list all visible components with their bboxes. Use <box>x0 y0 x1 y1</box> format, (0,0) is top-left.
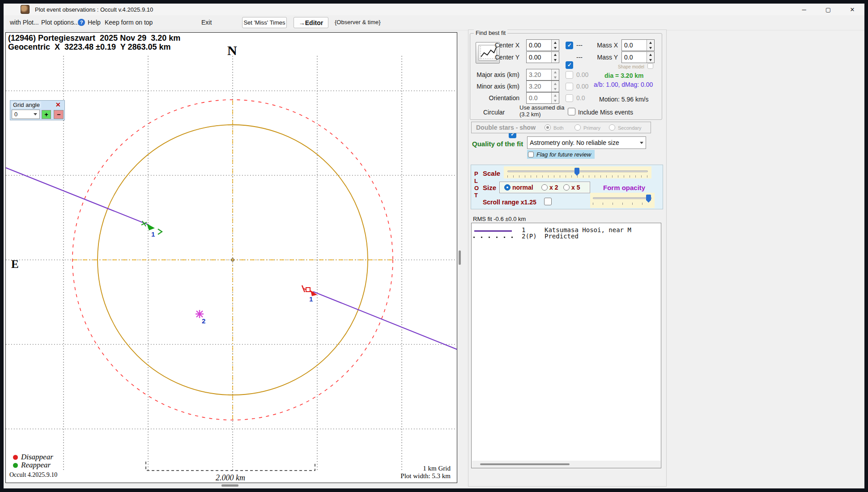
spin-down-icon[interactable] <box>552 86 559 92</box>
spin-up-icon[interactable] <box>552 93 559 98</box>
opacity-slider-ticks <box>593 203 652 205</box>
spin-up-icon[interactable] <box>647 40 654 45</box>
motion-text: Motion: 5.96 km/s <box>599 96 649 103</box>
plot-letter-t: T <box>474 192 478 199</box>
spin-down-icon[interactable] <box>552 98 559 103</box>
size-radio-group: normal x 2 x 5 <box>499 182 590 193</box>
set-miss-times-button[interactable]: Set 'Miss' Times <box>242 17 287 28</box>
minimize-icon: ─ <box>802 6 806 13</box>
menu-bar: with Plot... Plot options... ? Help Keep… <box>4 15 864 30</box>
scale-label: Scale <box>483 170 500 177</box>
shape-model-label: Shape model <box>618 64 644 69</box>
quality-select[interactable]: Astrometry only. No reliable size <box>527 136 646 149</box>
plot-vscroll-thumb[interactable] <box>459 250 461 265</box>
flag-review-checkbox[interactable] <box>528 152 534 157</box>
plot-hscroll-thumb[interactable] <box>221 484 238 487</box>
orientation-checkbox[interactable] <box>566 94 573 102</box>
spin-down-icon[interactable] <box>552 45 559 51</box>
opacity-slider-track[interactable] <box>593 197 652 199</box>
event-geocentric: Geocentric X 3223.48 ±0.19 Y 2863.05 km <box>8 42 170 52</box>
grid-angle-close-icon[interactable]: ✕ <box>55 101 61 108</box>
close-button[interactable]: ✕ <box>840 4 864 15</box>
grid-lines <box>6 56 457 470</box>
observer-list[interactable]: 1 Katsumasa Hosoi, near M 2(P) Predicted <box>471 223 661 468</box>
reappear-dot-icon <box>13 463 18 468</box>
set-miss-times-label: Set 'Miss' Times <box>243 19 285 26</box>
menu-plot-options[interactable]: Plot options... <box>41 19 79 26</box>
plot-canvas[interactable]: 1 1 2 2.000 km N E <box>6 33 457 483</box>
plot-hscrollbar[interactable] <box>5 484 457 488</box>
double-both-radio[interactable] <box>545 124 551 131</box>
disappear-dot-icon <box>13 455 18 460</box>
list-hscroll-thumb[interactable] <box>480 463 570 465</box>
center-x-value: 0.00 <box>527 40 551 51</box>
find-best-fit-group: Find best fit Center X 0.00 --- Mass X 0… <box>470 33 662 120</box>
spin-down-icon[interactable] <box>552 75 559 80</box>
size-x5-radio[interactable] <box>563 184 570 191</box>
scroll-range-label: Scroll range x1.25 <box>483 199 536 206</box>
use-assumed-label: Use assumed dia (3.2 km) <box>519 104 570 118</box>
major-axis-input[interactable]: 3.20 <box>526 69 559 81</box>
spin-up-icon[interactable] <box>552 81 559 86</box>
grid-angle-select[interactable]: 0 <box>12 110 40 119</box>
maximize-button[interactable]: ▢ <box>816 4 840 15</box>
plot-letter-p: P <box>474 170 478 177</box>
menu-with-plot[interactable]: with Plot... <box>10 19 39 26</box>
opacity-slider[interactable] <box>590 193 655 208</box>
size-x2-radio[interactable] <box>541 184 548 191</box>
center-x-checkbox[interactable] <box>566 42 573 49</box>
disappear-marker: 1 <box>302 285 317 303</box>
major-axis-alt: 0.00 <box>576 71 588 78</box>
grid-angle-minus-button[interactable]: − <box>54 110 64 119</box>
double-stars-group: Double stars - show Both Primary Seconda… <box>471 122 651 133</box>
minor-axis-input[interactable]: 3.20 <box>526 81 559 92</box>
spin-down-icon[interactable] <box>647 57 654 63</box>
spin-down-icon[interactable] <box>552 57 559 63</box>
spin-down-icon[interactable] <box>647 45 654 51</box>
minor-axis-checkbox[interactable] <box>566 83 573 90</box>
double-secondary-radio[interactable] <box>609 124 615 131</box>
spin-up-icon[interactable] <box>552 69 559 75</box>
mass-y-input[interactable]: 0.0 <box>621 51 655 63</box>
list-hscrollbar[interactable] <box>472 461 660 468</box>
major-axis-value: 3.20 <box>527 69 551 80</box>
menu-keep-on-top[interactable]: Keep form on top <box>105 19 153 26</box>
plot-vscrollbar[interactable] <box>458 32 462 483</box>
chevron-down-icon <box>34 113 37 115</box>
double-secondary-label: Secondary <box>618 125 642 131</box>
mass-x-label: Mass X <box>587 42 618 49</box>
predicted-marker: 2 <box>196 310 205 325</box>
major-axis-checkbox[interactable] <box>566 71 573 79</box>
chord1-line-swatch <box>474 230 512 232</box>
spin-up-icon[interactable] <box>552 40 559 45</box>
menu-exit[interactable]: Exit <box>201 19 212 26</box>
editor-button[interactable]: →Editor <box>294 17 328 28</box>
editor-label: →Editor <box>299 19 323 26</box>
spin-up-icon[interactable] <box>647 52 654 57</box>
opacity-slider-thumb[interactable] <box>646 195 651 203</box>
spin-up-icon[interactable] <box>552 52 559 57</box>
double-primary-radio[interactable] <box>574 124 581 131</box>
scroll-range-checkbox[interactable] <box>544 198 552 205</box>
center-y-input[interactable]: 0.00 <box>526 51 559 63</box>
plot-letter-o: O <box>474 185 479 191</box>
include-miss-checkbox[interactable] <box>568 108 575 115</box>
scale-slider[interactable] <box>504 166 651 178</box>
find-best-fit-label: Find best fit <box>474 30 507 36</box>
orientation-input[interactable]: 0.0 <box>526 92 559 104</box>
center-y-checkbox[interactable] <box>566 61 573 69</box>
maximize-icon: ▢ <box>825 6 831 13</box>
grid-angle-plus-button[interactable]: + <box>42 110 51 119</box>
predicted-dotted-swatch <box>473 237 513 238</box>
scale-slider-thumb[interactable] <box>574 168 579 176</box>
mass-x-input[interactable]: 0.0 <box>621 39 655 51</box>
plot-panel: 1 1 2 2.000 km N E <box>5 32 457 483</box>
minimize-button[interactable]: ─ <box>792 4 816 15</box>
center-y-label: Center Y <box>479 54 519 61</box>
minus-icon: − <box>57 111 60 118</box>
center-x-input[interactable]: 0.00 <box>526 39 559 51</box>
size-normal-radio[interactable] <box>504 184 511 191</box>
close-x-glyph: ✕ <box>55 101 61 108</box>
shape-model-checkbox[interactable] <box>647 63 653 69</box>
menu-help[interactable]: Help <box>88 19 101 26</box>
